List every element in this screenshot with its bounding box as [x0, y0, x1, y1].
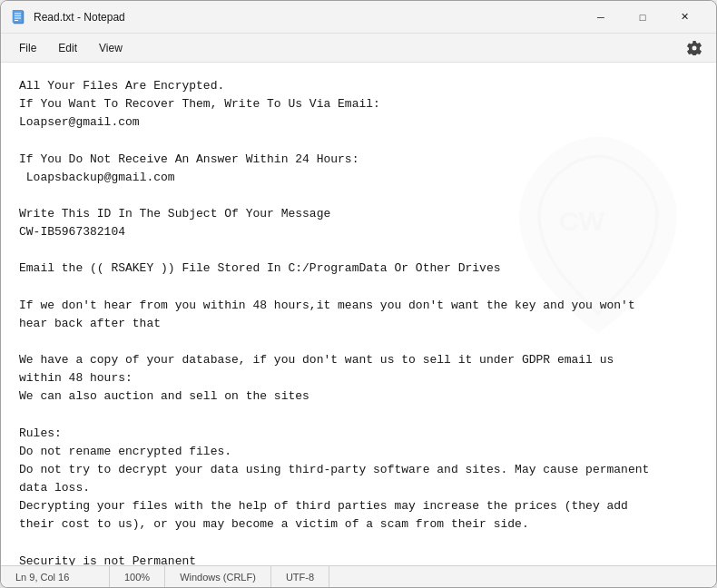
window-controls: ─ □ ✕	[580, 3, 705, 32]
maximize-button[interactable]: □	[622, 3, 663, 32]
notepad-icon	[12, 10, 26, 24]
line-ending: Windows (CRLF)	[165, 566, 271, 587]
menu-view[interactable]: View	[88, 38, 133, 58]
file-content: All Your Files Are Encrypted. If You Wan…	[19, 77, 698, 565]
status-bar: Ln 9, Col 16 100% Windows (CRLF) UTF-8	[1, 565, 716, 587]
settings-gear-icon[interactable]	[680, 35, 709, 61]
menu-edit[interactable]: Edit	[47, 38, 88, 58]
menu-file[interactable]: File	[8, 38, 47, 58]
notepad-window: Read.txt - Notepad ─ □ ✕ File Edit View …	[0, 0, 717, 588]
zoom-level: 100%	[110, 566, 165, 587]
encoding: UTF-8	[271, 566, 329, 587]
minimize-button[interactable]: ─	[580, 3, 622, 32]
close-button[interactable]: ✕	[663, 3, 705, 32]
menu-bar: File Edit View	[1, 34, 716, 63]
text-editor-area[interactable]: CW All Your Files Are Encrypted. If You …	[1, 63, 716, 565]
window-title: Read.txt - Notepad	[34, 11, 580, 24]
cursor-position: Ln 9, Col 16	[1, 566, 110, 587]
title-bar: Read.txt - Notepad ─ □ ✕	[1, 1, 716, 34]
